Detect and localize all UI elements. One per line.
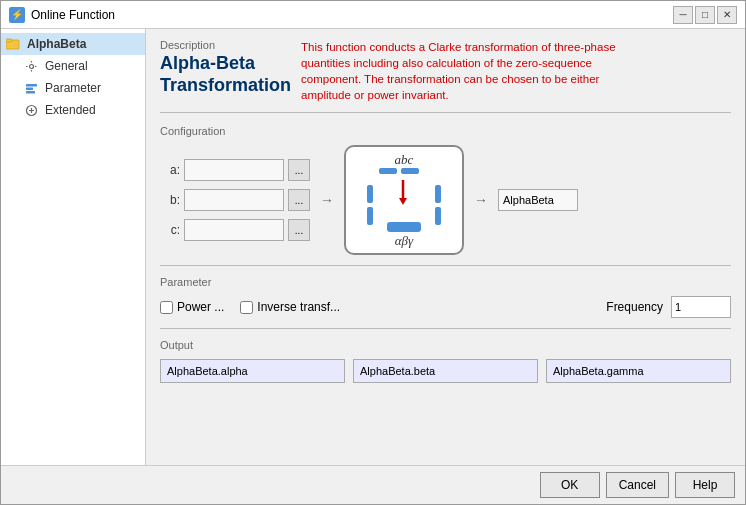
sidebar: AlphaBeta General xyxy=(1,29,146,465)
title-bar: ⚡ Online Function ─ □ ✕ xyxy=(1,1,745,29)
browse-a-button[interactable]: ... xyxy=(288,159,310,181)
label-c: c: xyxy=(160,223,180,237)
description-body: This function conducts a Clarke transfor… xyxy=(301,39,641,104)
configuration-label: Configuration xyxy=(160,125,731,137)
sidebar-parameter-label: Parameter xyxy=(45,81,101,95)
input-row-a: a: ... xyxy=(160,159,310,181)
input-a[interactable] xyxy=(184,159,284,181)
sidebar-item-alphabeta[interactable]: AlphaBeta xyxy=(1,33,145,55)
cancel-button[interactable]: Cancel xyxy=(606,472,669,498)
output-section: Output AlphaBeta.alpha AlphaBeta.beta Al… xyxy=(160,339,731,383)
parameter-label: Parameter xyxy=(160,276,731,288)
diagram-svg: abc xyxy=(349,150,459,250)
svg-rect-5 xyxy=(26,91,35,94)
sidebar-item-extended[interactable]: Extended xyxy=(1,99,145,121)
sidebar-item-parameter[interactable]: Parameter xyxy=(1,77,145,99)
gear-icon xyxy=(23,58,39,74)
left-arrow: → xyxy=(320,192,334,208)
configuration-section: Configuration a: ... b: ... xyxy=(160,125,731,266)
description-label: Description xyxy=(160,39,291,51)
svg-rect-13 xyxy=(435,185,441,203)
checkbox-inverse-label: Inverse transf... xyxy=(257,300,340,314)
output-gamma-field: AlphaBeta.gamma xyxy=(546,359,731,383)
label-b: b: xyxy=(160,193,180,207)
svg-text:αβγ: αβγ xyxy=(395,233,414,248)
sidebar-general-label: General xyxy=(45,59,88,73)
folder-icon xyxy=(5,36,21,52)
right-arrow: → xyxy=(474,192,488,208)
input-b[interactable] xyxy=(184,189,284,211)
svg-rect-15 xyxy=(387,222,421,232)
help-button[interactable]: Help xyxy=(675,472,735,498)
main-window: ⚡ Online Function ─ □ ✕ AlphaBeta xyxy=(0,0,746,505)
svg-rect-8 xyxy=(379,168,397,174)
window-title: Online Function xyxy=(31,8,115,22)
frequency-group: Frequency xyxy=(606,296,731,318)
frequency-label: Frequency xyxy=(606,300,663,314)
description-section: Description Alpha-Beta Transformation Th… xyxy=(160,39,731,113)
svg-rect-11 xyxy=(367,185,373,203)
browse-b-button[interactable]: ... xyxy=(288,189,310,211)
svg-marker-10 xyxy=(399,198,407,205)
parameter-section: Parameter Power ... Inverse transf... Fr… xyxy=(160,276,731,329)
sidebar-item-general[interactable]: General xyxy=(1,55,145,77)
output-label: Output xyxy=(160,339,731,351)
close-button[interactable]: ✕ xyxy=(717,6,737,24)
extend-icon xyxy=(23,102,39,118)
minimize-button[interactable]: ─ xyxy=(673,6,693,24)
sidebar-alphabeta-label: AlphaBeta xyxy=(27,37,86,51)
content-area: AlphaBeta General xyxy=(1,29,745,465)
checkbox-inverse: Inverse transf... xyxy=(240,300,340,314)
browse-c-button[interactable]: ... xyxy=(288,219,310,241)
transform-diagram: abc xyxy=(344,145,464,255)
checkbox-power-input[interactable] xyxy=(160,301,173,314)
svg-rect-4 xyxy=(26,87,33,90)
description-title: Alpha-Beta Transformation xyxy=(160,53,291,96)
checkbox-inverse-input[interactable] xyxy=(240,301,253,314)
footer: OK Cancel Help xyxy=(1,465,745,504)
app-icon: ⚡ xyxy=(9,7,25,23)
svg-text:abc: abc xyxy=(395,152,414,167)
output-name-field[interactable] xyxy=(498,189,578,211)
svg-rect-3 xyxy=(26,84,37,87)
ok-button[interactable]: OK xyxy=(540,472,600,498)
sidebar-extended-label: Extended xyxy=(45,103,96,117)
svg-rect-1 xyxy=(6,39,12,42)
svg-point-2 xyxy=(29,64,33,68)
param-icon xyxy=(23,80,39,96)
svg-rect-14 xyxy=(435,207,441,225)
output-alpha-field: AlphaBeta.alpha xyxy=(160,359,345,383)
main-panel: Description Alpha-Beta Transformation Th… xyxy=(146,29,745,465)
svg-rect-12 xyxy=(367,207,373,225)
frequency-input[interactable] xyxy=(671,296,731,318)
label-a: a: xyxy=(160,163,180,177)
input-c[interactable] xyxy=(184,219,284,241)
input-row-c: c: ... xyxy=(160,219,310,241)
maximize-button[interactable]: □ xyxy=(695,6,715,24)
output-fields-row: AlphaBeta.alpha AlphaBeta.beta AlphaBeta… xyxy=(160,359,731,383)
input-row-b: b: ... xyxy=(160,189,310,211)
checkbox-power-label: Power ... xyxy=(177,300,224,314)
checkbox-power: Power ... xyxy=(160,300,224,314)
svg-rect-9 xyxy=(401,168,419,174)
config-inputs-group: a: ... b: ... c: ... xyxy=(160,159,310,241)
output-beta-field: AlphaBeta.beta xyxy=(353,359,538,383)
